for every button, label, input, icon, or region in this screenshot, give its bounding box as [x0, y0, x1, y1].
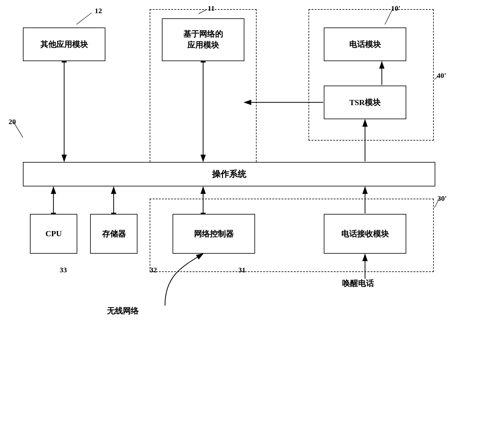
- os-label: 操作系统: [212, 168, 246, 180]
- label-20: 20: [9, 118, 16, 126]
- tsr-module-label: TSR模块: [349, 97, 381, 108]
- label-11: 11: [208, 4, 215, 13]
- other-app-label: 其他应用模块: [40, 39, 88, 50]
- phone-recv-label: 电话接收模块: [341, 229, 389, 239]
- storage-label: 存储器: [102, 229, 126, 239]
- label-40: 40': [437, 72, 446, 80]
- label-wuxian: 无线网络: [107, 306, 139, 316]
- net-ctrl-label: 网络控制器: [194, 229, 234, 239]
- other-app-box: 其他应用模块: [23, 28, 105, 61]
- phone-module-box: 电话模块: [324, 28, 406, 61]
- phone-recv-box: 电话接收模块: [324, 214, 406, 254]
- cpu-box: CPU: [30, 214, 77, 254]
- os-bar-box: 操作系统: [23, 162, 435, 186]
- net-app-box: 基于网络的 应用模块: [162, 18, 244, 61]
- tsr-module-box: TSR模块: [324, 86, 406, 119]
- label-10: 10': [391, 4, 400, 13]
- storage-box: 存储器: [90, 214, 137, 254]
- label-30: 30': [437, 194, 447, 203]
- cpu-label: CPU: [46, 229, 62, 238]
- svg-line-12: [76, 13, 92, 24]
- label-32: 32: [150, 266, 157, 274]
- label-33: 33: [60, 266, 67, 274]
- phone-module-label: 电话模块: [349, 39, 381, 50]
- net-ctrl-box: 网络控制器: [173, 214, 255, 254]
- label-31: 31: [238, 266, 246, 274]
- label-wake: 唤醒电话: [342, 278, 374, 289]
- label-12: 12: [95, 7, 102, 15]
- net-app-label: 基于网络的 应用模块: [183, 29, 223, 51]
- diagram-container: 其他应用模块 基于网络的 应用模块 电话模块 TSR模块 操作系统 CPU 存储…: [0, 0, 504, 430]
